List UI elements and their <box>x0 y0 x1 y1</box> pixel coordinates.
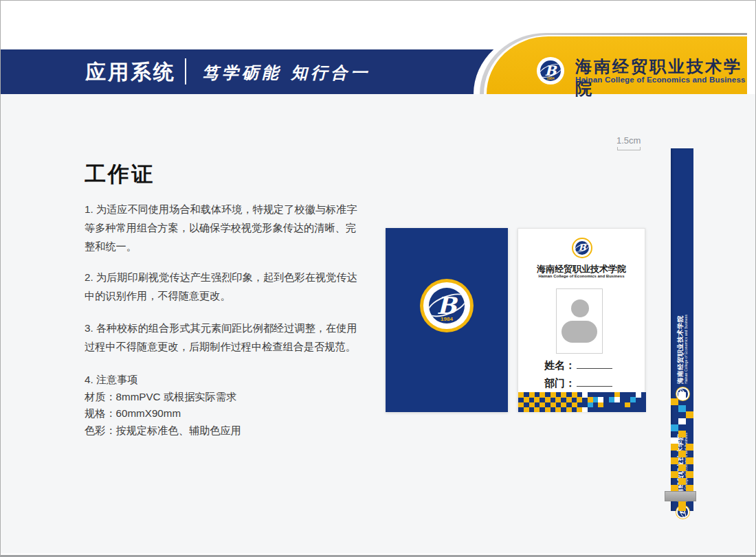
pattern-cell <box>678 464 686 471</box>
logo-ring: B 1984 <box>537 57 564 84</box>
dept-field: 部门： <box>544 377 612 390</box>
name-label: 姓名： <box>544 359 575 371</box>
lanyard-college-en: Hainan College of Economics and Business <box>685 315 689 384</box>
measure-bracket-icon <box>617 147 641 150</box>
pattern-cell <box>686 444 693 451</box>
pattern-cell <box>678 431 686 437</box>
lanyard-metal-clamp <box>665 491 696 501</box>
pattern-cell <box>577 397 582 402</box>
photo-placeholder <box>556 288 603 354</box>
logo-year: 1984 <box>429 316 465 322</box>
note-color: 色彩：按规定标准色、辅助色应用 <box>85 422 362 440</box>
pattern-cell <box>671 437 678 444</box>
logo-core: B <box>575 241 589 255</box>
person-head-icon <box>571 299 589 317</box>
badge-front-card: B 1984 工作证 <box>386 228 508 412</box>
lanyard-branding-unit: B 海南经贸职业技术学院 Hainan College of Economics… <box>671 313 694 402</box>
notes-heading: 4. 注意事项 <box>85 372 362 389</box>
college-logo-icon: B 1984 <box>535 55 566 87</box>
logo-core: B 1984 <box>540 60 562 82</box>
header-divider <box>185 58 186 84</box>
pattern-cell <box>671 444 678 451</box>
lanyard-tail-pattern <box>671 501 693 511</box>
page-title: 应用系统 <box>85 58 176 87</box>
paragraph-4: 4. 注意事项 材质：8mmPVC 或根据实际需求 规格：60mmX90mm 色… <box>85 372 362 439</box>
pattern-cell <box>678 405 686 412</box>
dept-label: 部门： <box>544 377 575 389</box>
pattern-cell <box>588 402 593 408</box>
person-body-icon <box>562 321 597 343</box>
note-size: 规格：60mmX90mm <box>85 405 362 422</box>
badge-checker-strip <box>518 392 646 412</box>
badge-back-card: B 海南经贸职业技术学院 Hainan College of Economics… <box>518 228 645 411</box>
badge-front-logo-icon: B 1984 <box>420 279 474 332</box>
pattern-cell <box>678 418 686 425</box>
pattern-cell <box>686 411 693 418</box>
lanyard-checker-pattern <box>671 444 693 492</box>
pattern-cell <box>636 392 641 398</box>
name-field: 姓名： <box>544 359 612 372</box>
paragraph-1: 1. 为适应不同使用场合和载体环境，特规定了校徽与标准字等多种常用组合方案，以确… <box>85 200 362 255</box>
lanyard-strap: B 海南经贸职业技术学院 Hainan College of Economics… <box>671 148 693 511</box>
pattern-cell <box>598 402 603 408</box>
logo-ring: B <box>573 239 591 257</box>
section-title: 工作证 <box>85 160 155 189</box>
pattern-cell <box>524 407 529 412</box>
pattern-cell <box>686 457 693 464</box>
pattern-cell <box>686 471 693 478</box>
name-fill-line <box>577 359 612 369</box>
paragraph-2: 2. 为后期印刷视觉传达产生强烈印象，起到色彩在视觉传达中的识别作用，不得随意更… <box>85 268 362 305</box>
pattern-cell <box>555 407 561 412</box>
logo-core: B 1984 <box>429 288 465 323</box>
logo-year: 1984 <box>540 76 562 80</box>
pattern-cell <box>625 402 630 408</box>
dept-fill-line <box>577 377 612 387</box>
pattern-cell <box>678 451 686 457</box>
pattern-cell <box>534 407 540 412</box>
vi-manual-page: 应用系统 笃学砺能 知行合一 B 1984 海南经贸职业技术学院 Hainan … <box>0 0 756 557</box>
pattern-cell <box>582 407 588 412</box>
pattern-cell <box>545 407 551 412</box>
college-name-en: Hainan College of Economics and Business <box>575 76 746 84</box>
note-material: 材质：8mmPVC 或根据实际需求 <box>85 389 362 406</box>
lanyard-text: 海南经贸职业技术学院 Hainan College of Economics a… <box>677 315 689 384</box>
badge-back-logo-icon: B <box>572 238 592 258</box>
badge-college-name-en: Hainan College of Economics and Business <box>518 274 645 278</box>
pattern-cell <box>671 471 678 478</box>
lanyard-scatter-pattern <box>671 392 693 444</box>
pattern-cell <box>678 501 686 511</box>
pattern-cell <box>678 478 686 485</box>
pattern-cell <box>671 398 678 405</box>
pattern-cell <box>566 407 572 412</box>
school-motto: 笃学砺能 知行合一 <box>202 62 370 84</box>
measure-label: 1.5cm <box>616 135 641 146</box>
paragraph-3: 3. 各种校标的组合形式其元素间距比例都经过调整，在使用过程中不得随意更改，后期… <box>85 319 362 356</box>
pattern-cell <box>671 457 678 464</box>
pattern-cell <box>630 397 636 402</box>
logo-ring: B 1984 <box>423 282 469 328</box>
pattern-cell <box>678 392 686 399</box>
pattern-cell <box>671 424 678 431</box>
pattern-cell <box>614 397 620 402</box>
